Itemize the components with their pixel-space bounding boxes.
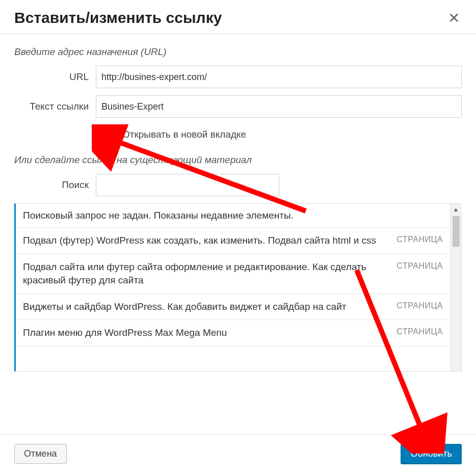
- open-new-tab-label: Открывать в новой вкладке: [122, 129, 246, 140]
- scroll-thumb[interactable]: [453, 216, 460, 247]
- list-item[interactable]: Виджеты и сайдбар WordPress. Как добавит…: [16, 294, 450, 321]
- dialog-body: Введите адрес назначения (URL) URL Текст…: [0, 34, 476, 434]
- list-item[interactable]: Плагин меню для WordPress Max Mega Menu …: [16, 320, 450, 347]
- url-section-hint: Введите адрес назначения (URL): [14, 46, 462, 58]
- list-item-title: Виджеты и сайдбар WordPress. Как добавит…: [23, 300, 387, 314]
- link-text-row: Текст ссылки: [14, 95, 462, 118]
- list-item-title: Подвал (футер) WordPress как создать, ка…: [23, 234, 387, 248]
- open-new-tab-checkbox[interactable]: ✓: [103, 128, 116, 141]
- link-text-label: Текст ссылки: [14, 101, 96, 112]
- list-item[interactable]: Подвал (футер) WordPress как создать, ка…: [16, 228, 450, 254]
- link-text-input[interactable]: [96, 95, 462, 118]
- url-input[interactable]: [96, 66, 462, 88]
- link-dialog: Вставить/изменить ссылку ✕ Введите адрес…: [0, 0, 476, 476]
- scroll-up-icon[interactable]: ▲: [451, 204, 462, 215]
- search-input[interactable]: [96, 174, 279, 196]
- list-status-message: Поисковый запрос не задан. Показаны неда…: [16, 204, 450, 228]
- submit-button[interactable]: Обновить: [401, 444, 462, 464]
- dialog-footer: Отмена Обновить: [0, 434, 476, 476]
- url-label: URL: [14, 71, 96, 83]
- cancel-button[interactable]: Отмена: [14, 444, 67, 464]
- search-row: Поиск: [14, 174, 462, 196]
- list-scrollbar[interactable]: ▲: [450, 204, 461, 371]
- list-item-title: Плагин меню для WordPress Max Mega Menu: [23, 326, 387, 340]
- existing-content-hint: Или сделайте ссылку на существующий мате…: [14, 154, 462, 166]
- list-item-type: СТРАНИЦА: [396, 300, 443, 310]
- list-inner: Поисковый запрос не задан. Показаны неда…: [16, 204, 450, 371]
- list-item-type: СТРАНИЦА: [396, 260, 443, 271]
- url-row: URL: [14, 66, 462, 88]
- list-item-title: Подвал сайта или футер сайта оформление …: [23, 260, 387, 287]
- recent-items-list: Поисковый запрос не задан. Показаны неда…: [14, 203, 462, 372]
- dialog-header: Вставить/изменить ссылку ✕: [0, 0, 476, 34]
- close-icon[interactable]: ✕: [446, 9, 462, 28]
- open-new-tab-row: ✓ Открывать в новой вкладке: [103, 128, 462, 141]
- dialog-title: Вставить/изменить ссылку: [14, 9, 222, 27]
- list-item-type: СТРАНИЦА: [396, 326, 443, 336]
- search-label: Поиск: [14, 179, 96, 191]
- list-item-type: СТРАНИЦА: [396, 234, 443, 244]
- list-item[interactable]: Подвал сайта или футер сайта оформление …: [16, 254, 450, 294]
